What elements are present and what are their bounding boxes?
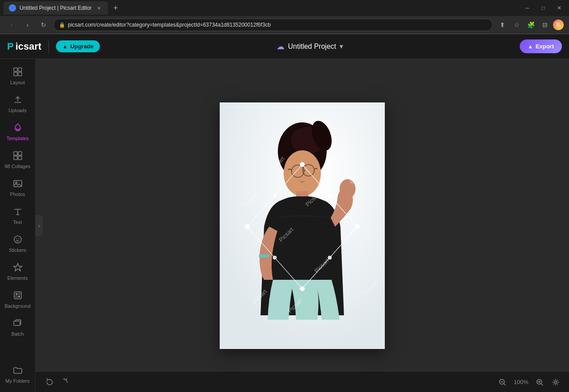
- back-button[interactable]: ‹: [5, 19, 18, 31]
- layout-icon: [13, 67, 23, 78]
- url-text: picsart.com/create/editor?category=templ…: [68, 22, 487, 28]
- reload-button[interactable]: ↻: [37, 19, 50, 31]
- upgrade-button[interactable]: ▲ Upgrade: [56, 40, 100, 52]
- canvas-settings-button[interactable]: [549, 376, 562, 388]
- logo-p-letter: P: [7, 41, 14, 52]
- folders-icon: [13, 365, 23, 376]
- upgrade-icon: ▲: [62, 43, 67, 50]
- project-title: Untitled Project: [288, 43, 336, 51]
- svg-rect-2: [14, 72, 17, 76]
- minimize-icon[interactable]: ─: [521, 2, 533, 14]
- collapse-handle[interactable]: ›: [36, 215, 43, 236]
- zoom-out-button[interactable]: [496, 376, 509, 388]
- templates-label: Templates: [6, 136, 28, 141]
- active-tab[interactable]: Untitled Project | Picsart Editor ✕: [4, 1, 108, 15]
- redo-button[interactable]: [57, 375, 71, 389]
- sidebar-item-collages[interactable]: 88 Collages: [2, 146, 34, 173]
- maximize-icon[interactable]: □: [537, 2, 549, 14]
- export-label: Export: [536, 43, 554, 50]
- window-controls: ─ □ ✕: [521, 2, 565, 14]
- svg-rect-18: [18, 296, 20, 298]
- text-icon: [13, 207, 23, 218]
- svg-rect-15: [16, 293, 17, 295]
- layout-label: Layout: [10, 80, 25, 85]
- svg-rect-6: [14, 156, 17, 160]
- photos-label: Photos: [10, 192, 25, 197]
- stickers-icon: [13, 235, 23, 246]
- svg-point-25: [284, 150, 321, 196]
- lock-icon: 🔒: [59, 22, 65, 28]
- project-title-caret[interactable]: ▾: [340, 42, 343, 51]
- svg-rect-14: [14, 292, 21, 299]
- svg-rect-7: [18, 156, 22, 160]
- bookmark-icon[interactable]: ☆: [510, 19, 523, 31]
- sidebar-item-photos[interactable]: Photos: [2, 174, 34, 201]
- browser-chrome: Untitled Project | Picsart Editor ✕ + ─ …: [0, 0, 569, 34]
- sidebar-item-layout[interactable]: Layout: [2, 63, 34, 90]
- url-bar[interactable]: 🔒 picsart.com/create/editor?category=tem…: [53, 19, 493, 31]
- cloud-icon: ☁: [277, 42, 284, 51]
- new-tab-button[interactable]: +: [110, 2, 122, 14]
- uploads-label: Uploads: [8, 108, 26, 113]
- elements-label: Elements: [8, 275, 28, 281]
- svg-line-58: [541, 384, 543, 385]
- svg-rect-17: [16, 296, 17, 298]
- svg-rect-1: [18, 68, 22, 71]
- background-icon: [13, 290, 23, 302]
- svg-rect-16: [18, 293, 20, 295]
- extensions-icon[interactable]: 🧩: [525, 19, 537, 31]
- canvas-svg: Picsart Picsart Picsart Picsart Picsart …: [220, 102, 385, 349]
- browser-actions: ⬆ ☆ 🧩 ⊟ 礼: [496, 19, 564, 31]
- sidebar-item-elements[interactable]: Elements: [2, 258, 34, 285]
- sidebar-item-folders[interactable]: My Folders: [2, 361, 34, 388]
- svg-point-48: [273, 194, 277, 197]
- svg-rect-0: [14, 68, 17, 71]
- split-view-icon[interactable]: ⊟: [539, 19, 551, 31]
- canvas-image[interactable]: Picsart Picsart Picsart Picsart Picsart …: [220, 102, 385, 349]
- zoom-in-button[interactable]: [533, 376, 546, 388]
- elements-icon: [13, 263, 23, 274]
- folders-label: My Folders: [5, 378, 29, 384]
- svg-point-11: [16, 239, 17, 239]
- zoom-controls: 100%: [496, 376, 562, 388]
- svg-point-59: [555, 381, 557, 383]
- sidebar-item-templates[interactable]: Templates: [2, 118, 34, 145]
- svg-rect-8: [14, 180, 22, 187]
- tab-close-button[interactable]: ✕: [95, 4, 103, 12]
- batch-label: Batch: [11, 331, 24, 337]
- main-content: Layout Uploads: [0, 59, 569, 392]
- tab-bar: Untitled Project | Picsart Editor ✕ + ─ …: [0, 0, 569, 16]
- collages-icon: [13, 151, 23, 162]
- sidebar-item-text[interactable]: Text: [2, 202, 34, 229]
- stickers-label: Stickers: [9, 247, 26, 253]
- close-icon[interactable]: ✕: [553, 2, 565, 14]
- sidebar-item-uploads[interactable]: Uploads: [2, 90, 34, 118]
- sidebar-item-stickers[interactable]: Stickers: [2, 230, 34, 257]
- export-icon: ▲: [528, 43, 533, 50]
- share-icon[interactable]: ⬆: [496, 19, 509, 31]
- bottom-toolbar: 100%: [36, 371, 569, 392]
- templates-icon: [13, 123, 23, 134]
- sidebar-item-background[interactable]: Background: [2, 286, 34, 313]
- svg-point-10: [14, 236, 21, 243]
- undo-button[interactable]: [43, 375, 57, 389]
- photos-icon: [13, 179, 23, 190]
- app-logo[interactable]: P icsart: [7, 41, 41, 52]
- uploads-icon: [13, 95, 23, 106]
- canvas-wrapper: Picsart Picsart Picsart Picsart Picsart …: [220, 102, 385, 349]
- svg-rect-5: [18, 152, 22, 155]
- svg-point-12: [18, 239, 19, 239]
- logo-divider: [48, 40, 49, 53]
- header-center: ☁ Untitled Project ▾: [100, 42, 520, 51]
- sidebar: Layout Uploads: [0, 59, 36, 392]
- app: P icsart ▲ Upgrade ☁ Untitled Project ▾ …: [0, 34, 569, 392]
- forward-button[interactable]: ›: [21, 19, 34, 31]
- sidebar-item-batch[interactable]: Batch: [2, 314, 34, 341]
- profile-avatar[interactable]: 礼: [553, 20, 564, 30]
- svg-point-45: [245, 224, 249, 229]
- export-button[interactable]: ▲ Export: [520, 39, 562, 53]
- svg-point-49: [273, 256, 277, 259]
- tab-favicon: [9, 4, 16, 12]
- batch-icon: [13, 318, 23, 329]
- logo-rest-text: icsart: [16, 41, 42, 52]
